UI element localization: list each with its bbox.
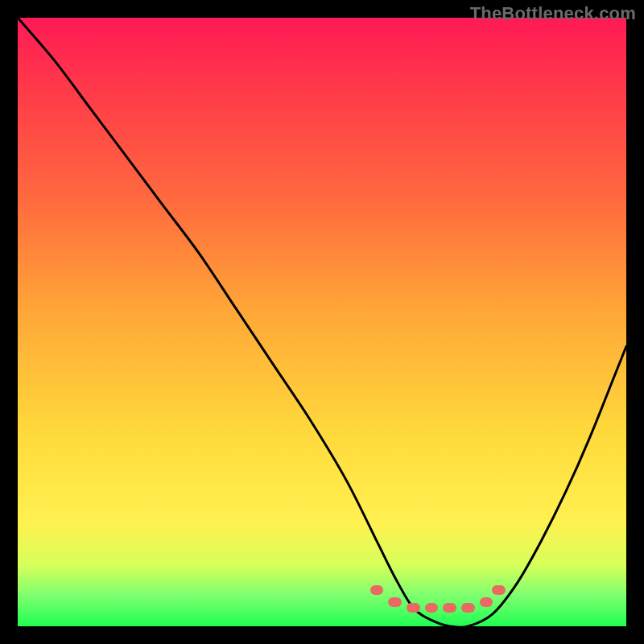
optimal-zone-marker bbox=[492, 585, 506, 595]
optimal-zone-marker bbox=[370, 585, 384, 595]
optimal-zone-marker bbox=[443, 603, 456, 613]
optimal-zone-marker bbox=[425, 603, 439, 613]
watermark-text: TheBottleneck.com bbox=[470, 3, 636, 24]
optimal-zone-marker bbox=[388, 597, 402, 607]
optimal-zone-marker bbox=[480, 597, 493, 607]
optimal-zone-marker bbox=[461, 603, 475, 613]
plot-area bbox=[18, 18, 626, 626]
chart-container: TheBottleneck.com bbox=[0, 0, 644, 644]
optimal-zone-marker bbox=[407, 603, 420, 613]
bottleneck-curve bbox=[18, 18, 626, 626]
